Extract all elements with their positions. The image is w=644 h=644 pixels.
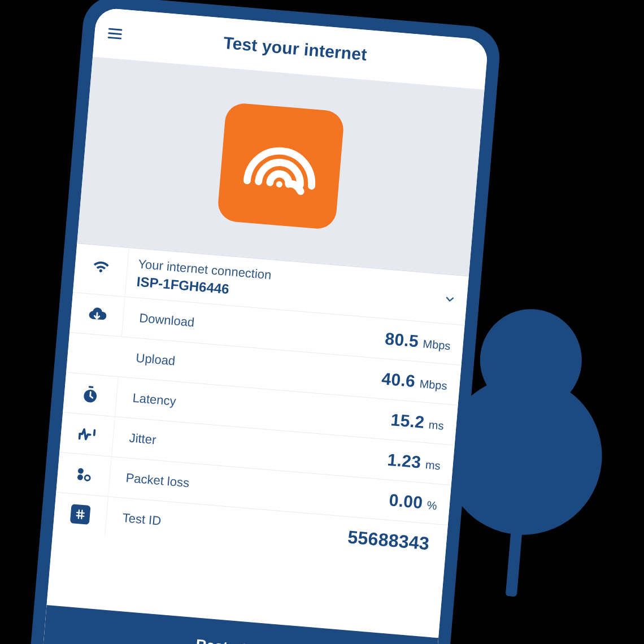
metric-label: Upload <box>136 351 176 369</box>
dots-icon <box>56 452 112 497</box>
metric-value: 0.00 <box>388 490 423 512</box>
svg-point-11 <box>85 475 90 481</box>
metric-label: Latency <box>132 391 177 409</box>
metric-value: 80.5 <box>384 329 419 351</box>
svg-line-5 <box>108 37 121 38</box>
svg-point-6 <box>276 181 282 188</box>
hash-icon <box>53 493 108 537</box>
metric-unit: ms <box>425 458 441 472</box>
metric-value: 55688343 <box>347 526 430 554</box>
phone-frame: Test your internet <box>29 0 502 644</box>
svg-line-12 <box>77 512 84 513</box>
metric-unit: ms <box>428 419 445 433</box>
metric-value: 15.2 <box>390 410 425 432</box>
metric-unit: % <box>427 499 438 512</box>
app-screen: Test your internet <box>42 7 489 644</box>
metric-label: Packet loss <box>125 471 190 490</box>
hero-banner <box>77 56 484 275</box>
svg-line-14 <box>79 510 79 519</box>
metric-value: 40.6 <box>381 369 416 391</box>
blank-icon <box>66 333 122 377</box>
svg-point-9 <box>78 468 84 474</box>
metric-value: 1.23 <box>386 450 421 472</box>
metric-unit: Mbps <box>423 337 451 353</box>
wave-icon <box>59 412 115 456</box>
metric-label: Download <box>139 311 195 330</box>
results-list: Your internet connection ISP-1FGH6446 <box>47 242 469 638</box>
metric-label: Jitter <box>129 430 157 447</box>
svg-line-3 <box>109 29 121 30</box>
menu-icon[interactable] <box>106 25 123 42</box>
svg-rect-2 <box>506 495 525 597</box>
chevron-down-icon[interactable] <box>442 292 457 307</box>
svg-rect-7 <box>89 386 94 388</box>
metric-unit: Mbps <box>419 377 448 393</box>
app-logo <box>217 102 345 230</box>
metric-label: Test ID <box>122 511 162 529</box>
svg-point-0 <box>476 305 586 415</box>
svg-line-15 <box>81 510 82 519</box>
svg-line-4 <box>109 33 121 34</box>
cloud-download-icon <box>69 293 125 337</box>
svg-point-10 <box>77 475 84 481</box>
svg-line-13 <box>77 516 84 516</box>
wifi-icon <box>73 243 129 296</box>
stopwatch-icon <box>63 373 119 417</box>
